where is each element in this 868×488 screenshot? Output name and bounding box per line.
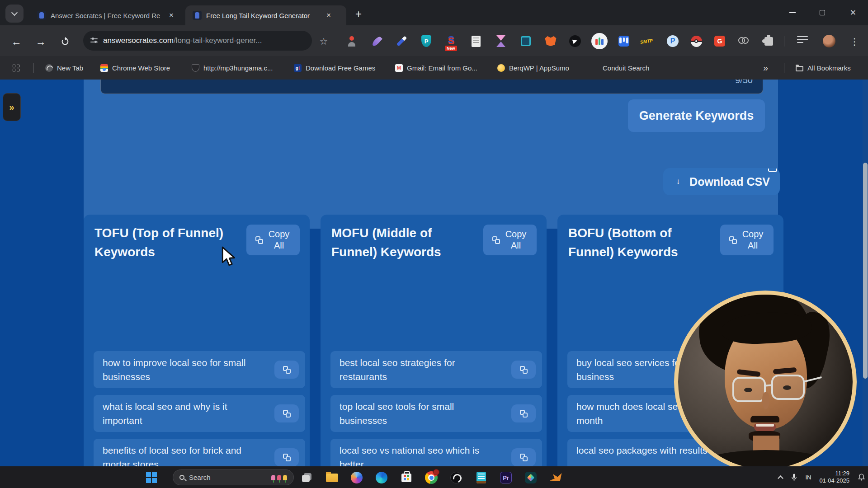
reload-button[interactable] [57, 33, 73, 50]
microphone-icon[interactable] [791, 473, 797, 482]
extension-send-icon[interactable] [567, 33, 583, 49]
person-icon [345, 35, 358, 47]
start-button[interactable] [144, 470, 159, 485]
generate-keywords-button[interactable]: Generate Keywords [628, 99, 765, 132]
tab-close-icon[interactable]: × [324, 10, 334, 20]
browser-menu-button[interactable]: ⋮ [849, 33, 860, 50]
extension-shield-icon[interactable]: P [418, 33, 434, 49]
tab-long-tail-generator[interactable]: Free Long Tail Keyword Generator × [185, 5, 346, 25]
extension-screenshot-icon[interactable] [518, 33, 534, 49]
close-icon: × [850, 8, 856, 18]
gmail-favicon-icon: M [395, 64, 403, 72]
bookmark-berqwp[interactable]: BerqWP | AppSumo [497, 56, 569, 80]
copy-all-button[interactable]: Copy All [246, 225, 300, 255]
extension-person-icon[interactable] [344, 33, 360, 49]
bookmarks-overflow-button[interactable]: » [763, 56, 768, 80]
bookmark-conduit-search[interactable]: Conduit Search [603, 56, 649, 80]
copy-keyword-button[interactable] [274, 448, 299, 466]
bookmark-mp3hungama[interactable]: http://mp3hungama.c... [192, 56, 273, 80]
window-minimize-button[interactable] [778, 0, 807, 25]
chrome-button[interactable] [424, 470, 439, 485]
keyword-item: best local seo strategies for restaurant… [330, 351, 542, 388]
file-explorer-button[interactable] [324, 470, 340, 485]
edge-button[interactable] [374, 470, 389, 485]
premiere-button[interactable]: Pr [498, 470, 514, 485]
shield-favicon-icon [192, 64, 199, 72]
extension-g-icon[interactable]: G [712, 33, 728, 49]
copy-all-label: Copy All [267, 229, 291, 251]
extension-trello-icon[interactable] [616, 33, 632, 49]
language-indicator[interactable]: IN [806, 474, 811, 481]
bookmark-chrome-web-store[interactable]: Chrome Web Store [100, 56, 170, 80]
back-button[interactable]: ← [8, 33, 24, 50]
url-text: answersocrates.com/long-tail-keyword-gen… [103, 36, 262, 45]
profile-avatar[interactable] [823, 35, 835, 47]
extension-duo-circles-icon[interactable] [736, 33, 752, 49]
copy-keyword-button[interactable] [274, 361, 299, 379]
extension-pokeball-icon[interactable] [688, 33, 704, 49]
notification-bell-icon[interactable] [858, 473, 865, 481]
bookmark-label: http://mp3hungama.c... [203, 64, 273, 72]
site-info-icon[interactable] [90, 38, 98, 44]
copy-all-button[interactable]: Copy All [720, 225, 774, 255]
quill-icon [371, 35, 382, 47]
berqwp-favicon-icon [497, 64, 505, 72]
extension-pencils-icon[interactable] [591, 33, 608, 49]
download-icon: ↓ [673, 178, 683, 185]
screenshot-icon [521, 36, 531, 46]
notes-button[interactable] [473, 470, 489, 485]
extension-smtp-icon[interactable]: SMTP [638, 33, 655, 49]
obs-button[interactable] [448, 470, 464, 485]
new-tab-button[interactable]: + [352, 7, 365, 21]
bookmark-star-icon[interactable]: ☆ [316, 33, 331, 50]
keyword-item: top local seo tools for small businesses [330, 395, 542, 432]
extension-notepad-icon[interactable] [468, 33, 484, 49]
copy-keyword-button[interactable] [511, 448, 536, 466]
extension-seoquake-icon[interactable]: SNew [443, 33, 459, 49]
copy-keyword-button[interactable] [511, 361, 536, 379]
extension-paypal-icon[interactable]: P [665, 33, 681, 49]
extension-pen-icon[interactable] [393, 33, 410, 49]
window-maximize-button[interactable] [808, 0, 836, 25]
clock[interactable]: 11:29 01-04-2025 [820, 470, 850, 484]
filmora-button[interactable] [523, 470, 538, 485]
copilot-icon [351, 472, 363, 483]
tray-time: 11:29 [820, 470, 850, 477]
webcam-overlay [674, 291, 857, 473]
tab-answer-socrates[interactable]: Answer Socrates | Free Keyword Re × [30, 5, 182, 25]
paypal-icon: P [667, 35, 679, 47]
scrollbar-thumb[interactable] [863, 163, 868, 379]
copilot-button[interactable] [349, 470, 364, 485]
copy-all-button[interactable]: Copy All [483, 225, 537, 255]
window-close-button[interactable]: × [839, 0, 867, 25]
bookmark-new-tab[interactable]: New Tab [45, 56, 83, 80]
address-bar[interactable]: answersocrates.com/long-tail-keyword-gen… [83, 31, 312, 51]
origami-app-button[interactable] [548, 470, 563, 485]
side-panel-toggle[interactable]: » [3, 93, 21, 121]
copy-keyword-button[interactable] [274, 404, 299, 422]
forward-button[interactable]: → [33, 33, 49, 50]
copy-keyword-button[interactable] [511, 404, 536, 422]
windows-taskbar: Search Pr IN 11:29 01-04-2025 [0, 466, 868, 488]
extensions-menu-button[interactable] [760, 33, 777, 49]
microsoft-store-button[interactable] [399, 470, 414, 485]
tab-close-icon[interactable]: × [166, 10, 176, 20]
keyword-item: how to improve local seo for small busin… [94, 351, 305, 388]
topic-textarea[interactable]: 9/50 [100, 80, 763, 94]
taskbar-search[interactable]: Search [173, 469, 294, 485]
extension-quill-icon[interactable] [368, 33, 385, 49]
page-scrollbar[interactable] [863, 80, 868, 466]
copy-icon [729, 236, 737, 244]
tray-overflow-icon[interactable] [778, 475, 783, 481]
apps-grid-button[interactable] [13, 56, 19, 80]
download-csv-button[interactable]: ↓ Download CSV [663, 168, 780, 195]
extension-fox-icon[interactable] [542, 33, 559, 49]
keyword-text: local seo vs national seo which is bette… [340, 443, 502, 466]
playlist-icon[interactable] [797, 36, 808, 45]
bookmark-download-free-games[interactable]: gtDownload Free Games [294, 56, 375, 80]
all-bookmarks-button[interactable]: All Bookmarks [796, 56, 851, 80]
bookmark-gmail[interactable]: MGmail: Email from Go... [395, 56, 477, 80]
task-view-button[interactable] [299, 470, 315, 485]
extension-hourglass-icon[interactable] [493, 33, 509, 49]
tab-search-button[interactable] [5, 5, 24, 23]
